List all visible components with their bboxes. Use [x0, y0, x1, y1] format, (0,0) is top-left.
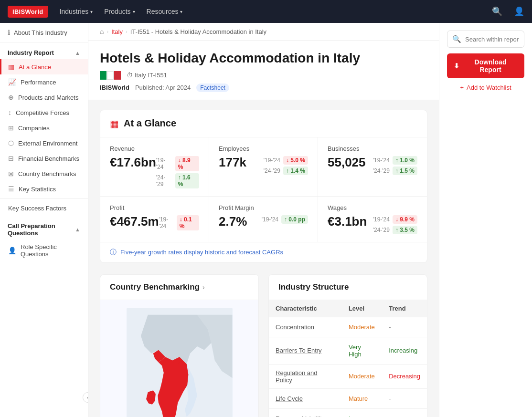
characteristic-link[interactable]: Life Cycle [276, 395, 303, 402]
metric-profit: Profit €467.5m '19-'24 ↓ 0.1 % [100, 197, 209, 242]
metric-label-profit-margin: Profit Margin [219, 204, 308, 211]
industry-code: Italy IT-I551 [135, 72, 167, 79]
clock-badge: ⏱ Italy IT-I551 [127, 72, 167, 79]
chevron-up-icon: ▲ [75, 50, 80, 56]
sidebar-item-competitive-forces[interactable]: ↕ Competitive Forces [0, 105, 88, 120]
table-row: Concentration Moderate - [269, 317, 427, 337]
top-navigation: IBISWorld Industries ▾ Products ▾ Resour… [0, 0, 532, 23]
sidebar-item-at-a-glance[interactable]: ▦ At a Glance [0, 59, 88, 74]
nav-item-products[interactable]: Products ▾ [104, 8, 135, 15]
period-label: '19-'24 [156, 157, 172, 170]
change-row-2429-revenue: '24-'29 ↑ 1.6 % [156, 173, 199, 188]
metric-value-revenue: €17.6bn [110, 156, 156, 168]
download-report-button[interactable]: ⬇ Download Report [447, 53, 524, 78]
glance-header: ▦ At a Glance [100, 110, 427, 137]
change-row-1924-revenue: '19-'24 ↓ 8.9 % [156, 156, 199, 171]
search-icon[interactable]: 🔍 [492, 6, 502, 17]
breadcrumb-current: IT-I551 - Hotels & Holiday Accommodation… [130, 28, 266, 35]
cagr-note: ⓘ Five-year growth rates display histori… [100, 242, 427, 262]
country-benchmarking-card: Country Benchmarking › [100, 274, 259, 417]
change-badge-down: ↓ 5.0 % [283, 156, 308, 165]
change-badge-up: ↑ 1.4 % [283, 167, 308, 175]
breadcrumb-italy-link[interactable]: Italy [111, 28, 123, 35]
period-label: '24-'29 [264, 167, 280, 174]
factsheet-badge[interactable]: Factsheet [196, 83, 229, 92]
period-label: '19-'24 [373, 157, 390, 164]
level-badge: Moderate [349, 322, 375, 332]
chevron-down-icon: ▾ [180, 9, 182, 14]
nav-label-industries: Industries [60, 8, 89, 15]
change-row-1924-employees: '19-'24 ↓ 5.0 % [264, 156, 308, 165]
sidebar-item-products-markets[interactable]: ⊕ Products and Markets [0, 90, 88, 105]
level-badge: Mature [349, 394, 368, 404]
sidebar-item-key-statistics[interactable]: ☰ Key Statistics [0, 181, 88, 197]
search-report-box[interactable]: 🔍 [447, 31, 524, 48]
nav-item-resources[interactable]: Resources ▾ [147, 8, 183, 15]
col-level: Level [342, 300, 382, 317]
change-row-1924-businesses: '19-'24 ↑ 1.0 % [373, 156, 417, 165]
ibisworld-logo[interactable]: IBISWorld [8, 6, 48, 18]
period-label: '19-'24 [262, 216, 278, 223]
main-content: ▦ At a Glance Revenue €17.6bn '19-'24 [88, 100, 439, 417]
metric-value-employees: 177k [219, 156, 246, 168]
nav-label-resources: Resources [147, 8, 179, 15]
chevron-down-icon: ▾ [133, 9, 135, 14]
metric-profit-margin: Profit Margin 2.7% '19-'24 ↑ 0.0 pp [209, 197, 318, 242]
change-badge-up: ↑ 1.6 % [175, 173, 199, 188]
metric-revenue: Revenue €17.6bn '19-'24 ↓ 8.9 % '24 [100, 137, 209, 197]
period-label: '19-'24 [264, 157, 280, 164]
sidebar-item-performance[interactable]: 📈 Performance [0, 74, 88, 90]
glance-title: At a Glance [124, 118, 176, 129]
industry-report-section[interactable]: Industry Report ▲ [0, 42, 88, 59]
chart-icon: 📈 [8, 78, 16, 86]
change-badge-up: ↑ 0.0 pp [281, 215, 308, 224]
info-circle-icon: ⓘ [110, 248, 117, 257]
home-icon[interactable]: ⌂ [100, 28, 104, 35]
download-icon: ⬇ [454, 62, 459, 70]
characteristic-link[interactable]: Regulation and Policy [276, 369, 317, 384]
table-row: Life Cycle Mature - [269, 388, 427, 408]
change-row-1924-profitmargin: '19-'24 ↑ 0.0 pp [262, 215, 308, 224]
change-badge-up: ↑ 1.5 % [393, 167, 417, 175]
characteristic-link[interactable]: Concentration [276, 323, 314, 331]
sidebar-item-key-success-factors[interactable]: Key Success Factors [0, 201, 88, 216]
grid-icon: ▦ [8, 63, 14, 71]
trend-badge: - [389, 395, 391, 402]
italy-map-svg [113, 308, 246, 417]
trend-badge: - [389, 415, 391, 417]
call-prep-section[interactable]: Call Preparation Questions ▲ [0, 216, 88, 240]
metric-value-profit: €467.5m [110, 215, 159, 228]
metric-label-employees: Employees [219, 145, 308, 152]
info-icon: ℹ [8, 29, 10, 36]
breadcrumb-sep-1: › [106, 29, 108, 34]
benchmarking-title-link[interactable]: Country Benchmarking › [110, 282, 205, 292]
period-label: '24-'29 [156, 174, 172, 188]
publisher-name: IBISWorld [100, 84, 129, 91]
search-report-input[interactable] [465, 36, 519, 43]
industry-structure-card: Industry Structure Characteristic Level … [268, 274, 427, 417]
nav-item-industries[interactable]: Industries ▾ [60, 8, 93, 15]
level-badge: Very High [349, 342, 375, 359]
metric-label-businesses: Businesses [328, 145, 417, 152]
characteristic-link[interactable]: Revenue Volatility [276, 415, 325, 417]
metric-wages: Wages €3.1bn '19-'24 ↓ 9.9 % '24-'2 [318, 197, 427, 242]
change-badge-down: ↓ 9.9 % [393, 215, 417, 224]
products-icon: ⊕ [8, 94, 14, 101]
italy-map-container [100, 300, 258, 417]
italy-flag [100, 71, 121, 80]
statistics-icon: ☰ [8, 185, 14, 193]
add-to-watchlist-button[interactable]: + Add to Watchlist [447, 84, 524, 91]
sidebar-item-financial-benchmarks[interactable]: ⊟ Financial Benchmarks [0, 151, 88, 166]
characteristic-link[interactable]: Barriers To Entry [276, 347, 322, 354]
sidebar-item-country-benchmarks[interactable]: ⊠ Country Benchmarks [0, 166, 88, 181]
sidebar-item-external-environment[interactable]: ⬡ External Environment [0, 136, 88, 151]
user-icon[interactable]: 👤 [514, 6, 524, 17]
metric-value-wages: €3.1bn [328, 215, 367, 228]
table-row: Revenue Volatility Low - [269, 408, 427, 417]
about-this-industry[interactable]: ℹ About This Industry [0, 23, 88, 42]
change-row-2429-employees: '24-'29 ↑ 1.4 % [264, 167, 308, 175]
sidebar-item-role-specific[interactable]: 👤 Role Specific Questions [0, 240, 88, 261]
industry-structure-table: Characteristic Level Trend Concentration… [269, 300, 427, 417]
collapse-sidebar-button[interactable]: ‹ [83, 392, 88, 403]
sidebar-item-companies[interactable]: ⊞ Companies [0, 120, 88, 136]
